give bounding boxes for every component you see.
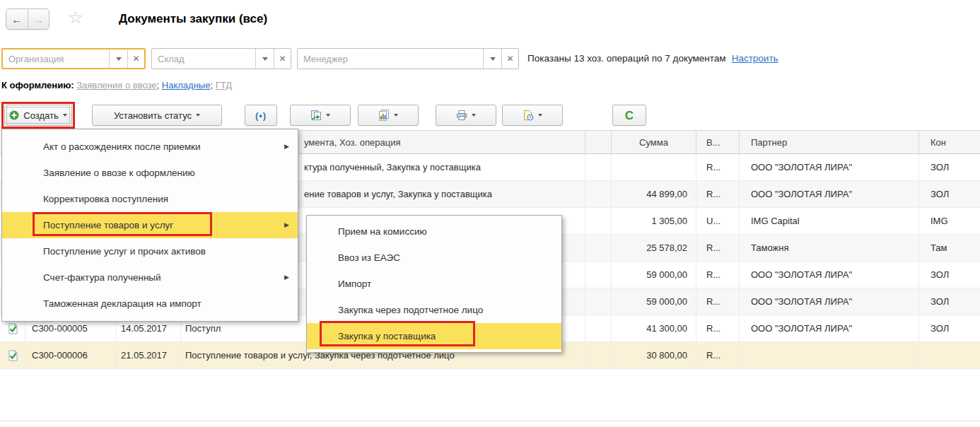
submenu-item-accountable-person[interactable]: Закупка через подотчетное лицо [307, 297, 561, 323]
menu-item-receipt-correction[interactable]: Корректировка поступления [2, 186, 298, 212]
to-register-label: К оформлению: [1, 80, 74, 90]
create-button[interactable]: Создать [4, 105, 72, 126]
doctype-fragment: ктура полученный, Закупка у поставщика [304, 154, 481, 180]
import-applications-link[interactable]: Заявления о ввозе [76, 80, 156, 90]
warehouse-clear-button[interactable]: ✕ [274, 49, 291, 69]
cell-currency: U... [696, 208, 740, 234]
create-based-on-button[interactable] [290, 105, 351, 126]
cell-number: С300-000006 [25, 342, 117, 368]
menu-item-label: Поступление услуг и прочих активов [43, 246, 206, 257]
cell-partner: ООО "ЗОЛОТАЯ ЛИРА" [740, 315, 919, 341]
chevron-down-icon [326, 114, 330, 117]
submenu-item-purchase-from-supplier[interactable]: Закупка у поставщика [307, 323, 561, 349]
organization-input[interactable] [3, 49, 109, 68]
set-status-button[interactable]: Установить статус [92, 105, 222, 126]
manager-dropdown-button[interactable] [483, 49, 501, 69]
menu-item-invoice-received[interactable]: Счет-фактура полученный▶ [2, 264, 298, 291]
menu-item-customs-declaration[interactable]: Таможенная декларация на импорт [2, 291, 298, 317]
menu-item-label: Ввоз из ЕАЭС [338, 252, 400, 263]
cell-partner: IMG Capital [740, 208, 919, 234]
app-window: ← → ☆ Документы закупки (все) ✕ ✕ ✕ Пока… [0, 0, 980, 427]
submenu-item-import[interactable]: Импорт [307, 271, 561, 297]
waybills-link[interactable]: Накладные [162, 80, 211, 90]
organization-dropdown-button[interactable] [109, 49, 127, 68]
chevron-down-icon [116, 57, 122, 61]
back-button[interactable]: ← [6, 9, 28, 29]
header-doctype-label: умента, Хоз. операция [304, 131, 400, 153]
manager-input[interactable] [298, 49, 483, 69]
menu-item-label: Закупка у поставщика [338, 331, 436, 341]
cell-partner [740, 342, 919, 368]
close-icon: ✕ [279, 54, 286, 64]
separator: ; [157, 80, 160, 90]
create-dropdown-menu: Акт о расхождениях после приемки▶ Заявле… [1, 129, 298, 322]
cell-sum [612, 154, 696, 180]
menu-item-label: Импорт [338, 279, 371, 289]
menu-item-label: Прием на комиссию [338, 226, 427, 237]
cell-spacer [585, 342, 612, 368]
cell-contractor: ЗОЛ [919, 288, 980, 315]
reports-icon [378, 110, 390, 121]
header-contractor-column[interactable]: Кон [919, 131, 980, 153]
cell-sum: 44 899,00 [612, 181, 696, 207]
cell-sum: 25 578,02 [612, 235, 696, 261]
cell-sum: 30 800,00 [612, 342, 696, 368]
warehouse-input[interactable] [152, 49, 255, 69]
gtd-link[interactable]: ГТД [216, 80, 232, 90]
cell-sum: 41 300,00 [612, 315, 696, 341]
chevron-down-icon [490, 57, 496, 61]
cell-spacer [585, 235, 612, 261]
status-text: Показаны 13 хоз. операций по 7 документа… [527, 53, 726, 64]
back-arrow-icon: ← [11, 13, 22, 25]
reports-button[interactable] [358, 105, 419, 126]
header-partner-column[interactable]: Партнер [740, 131, 919, 153]
menu-item-goods-services-receipt[interactable]: Поступление товаров и услуг▶ [2, 212, 298, 238]
warehouse-dropdown-button[interactable] [255, 49, 274, 69]
broadcast-icon: (•) [255, 110, 267, 121]
chevron-down-icon [538, 114, 542, 117]
print-button[interactable] [436, 105, 496, 126]
close-icon: ✕ [506, 54, 513, 64]
refresh-button[interactable]: C [612, 105, 646, 126]
forward-button[interactable]: → [28, 9, 49, 29]
list-status-line: Показаны 13 хоз. операций по 7 документа… [527, 53, 778, 64]
cell-spacer [585, 208, 612, 234]
cell-partner: ООО "ЗОЛОТАЯ ЛИРА" [740, 288, 919, 315]
favorites-star-icon[interactable]: ☆ [68, 7, 83, 28]
edi-documents-button[interactable] [502, 105, 563, 126]
chevron-down-icon [196, 114, 200, 117]
menu-item-services-receipt[interactable]: Поступление услуг и прочих активов [2, 238, 298, 264]
submenu-item-eaes-import[interactable]: Ввоз из ЕАЭС [307, 245, 561, 271]
cell-partner: ООО "ЗОЛОТАЯ ЛИРА" [740, 154, 919, 180]
header-sum-column[interactable]: Сумма [612, 131, 696, 153]
cell-sum: 1 305,00 [612, 208, 696, 234]
header-currency-column[interactable]: В... [696, 131, 740, 153]
cell-contractor [919, 342, 980, 368]
submenu-arrow-icon: ▶ [284, 264, 289, 291]
create-based-on-icon [310, 110, 322, 121]
discussions-button[interactable]: (•) [245, 105, 277, 126]
document-posted-icon [7, 323, 18, 334]
cell-currency: R... [696, 154, 740, 180]
menu-item-discrepancy-act[interactable]: Акт о расхождениях после приемки▶ [2, 134, 298, 160]
menu-item-label: Поступление товаров и услуг [43, 220, 173, 230]
manager-clear-button[interactable]: ✕ [501, 49, 518, 69]
cell-contractor: IMG [919, 208, 980, 234]
cell-contractor: ЗОЛ [919, 262, 980, 288]
cell-spacer [585, 154, 612, 180]
cell-spacer [585, 262, 612, 288]
organization-filter: ✕ [1, 48, 146, 69]
menu-item-label: Счет-фактура полученный [43, 272, 161, 283]
menu-item-label: Корректировка поступления [43, 194, 168, 204]
cell-sum: 59 000,00 [612, 262, 696, 288]
organization-clear-button[interactable]: ✕ [127, 49, 144, 68]
menu-item-label: Акт о расхождениях после приемки [43, 141, 201, 152]
menu-item-import-application[interactable]: Заявление о ввозе к оформлению [2, 160, 298, 186]
cell-icon [0, 342, 25, 368]
separator: ; [210, 80, 213, 90]
document-posted-icon [7, 350, 18, 361]
menu-item-label: Заявление о ввозе к оформлению [43, 168, 195, 178]
submenu-item-commission[interactable]: Прием на комиссию [307, 218, 561, 245]
configure-link[interactable]: Настроить [732, 53, 778, 64]
cell-partner: Таможня [740, 235, 919, 261]
